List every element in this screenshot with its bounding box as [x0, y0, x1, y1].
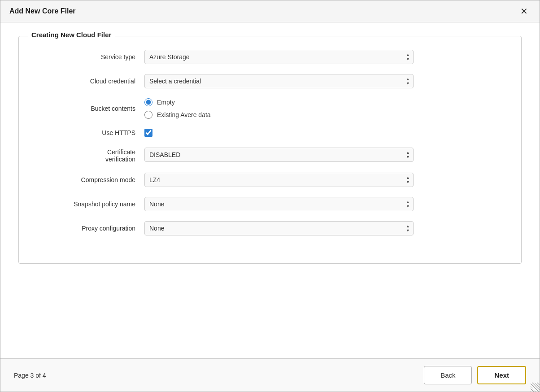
proxy-config-select[interactable]: None	[144, 221, 414, 235]
next-button[interactable]: Next	[477, 366, 526, 384]
radio-existing-label: Existing Avere data	[157, 111, 211, 118]
service-type-wrapper: Azure Storage Amazon S3 Google Cloud Sto…	[144, 50, 414, 64]
radio-existing[interactable]: Existing Avere data	[144, 111, 414, 119]
use-https-checkbox[interactable]	[144, 129, 152, 137]
radio-empty-input[interactable]	[144, 98, 152, 106]
proxy-config-label: Proxy configuration	[37, 225, 144, 232]
add-core-filer-dialog: Add New Core Filer ✕ Creating New Cloud …	[0, 0, 540, 392]
snapshot-policy-row: Snapshot policy name None ▲ ▼	[37, 197, 503, 211]
cert-label-line1: Certificate	[107, 148, 135, 156]
cert-verification-wrapper: DISABLED ENABLED ▲ ▼	[144, 148, 414, 162]
cert-label-line2: verification	[105, 156, 135, 163]
radio-empty-label: Empty	[157, 99, 175, 106]
cloud-credential-select[interactable]: Select a credential	[144, 74, 414, 88]
proxy-config-wrapper: None ▲ ▼	[144, 221, 414, 235]
compression-mode-wrapper: LZ4 None LZF ▲ ▼	[144, 173, 414, 187]
cert-verification-label: Certificate verification	[37, 147, 144, 163]
service-type-label: Service type	[37, 53, 144, 61]
proxy-config-row: Proxy configuration None ▲ ▼	[37, 221, 503, 235]
dialog-title: Add New Core Filer	[9, 7, 76, 15]
section-legend: Creating New Cloud Filer	[28, 31, 115, 39]
use-https-checkbox-wrapper	[144, 129, 414, 137]
snapshot-policy-select[interactable]: None	[144, 197, 414, 211]
footer-buttons: Back Next	[424, 366, 526, 384]
back-button[interactable]: Back	[424, 366, 472, 384]
compression-mode-label: Compression mode	[37, 176, 144, 183]
bucket-contents-group: Empty Existing Avere data	[144, 98, 414, 119]
service-type-row: Service type Azure Storage Amazon S3 Goo…	[37, 50, 503, 64]
use-https-row: Use HTTPS	[37, 129, 503, 137]
compression-mode-row: Compression mode LZ4 None LZF ▲ ▼	[37, 173, 503, 187]
dialog-header: Add New Core Filer ✕	[0, 0, 540, 22]
service-type-select[interactable]: Azure Storage Amazon S3 Google Cloud Sto…	[144, 50, 414, 64]
snapshot-policy-wrapper: None ▲ ▼	[144, 197, 414, 211]
use-https-label: Use HTTPS	[37, 129, 144, 136]
radio-empty[interactable]: Empty	[144, 98, 414, 106]
cloud-credential-label: Cloud credential	[37, 78, 144, 85]
dialog-footer: Page 3 of 4 Back Next	[0, 358, 540, 392]
dialog-body: Creating New Cloud Filer Service type Az…	[0, 22, 540, 358]
snapshot-policy-label: Snapshot policy name	[37, 200, 144, 208]
cert-verification-select[interactable]: DISABLED ENABLED	[144, 148, 414, 162]
cloud-credential-wrapper: Select a credential ▲ ▼	[144, 74, 414, 88]
section-box: Creating New Cloud Filer Service type Az…	[18, 36, 522, 264]
bucket-contents-row: Bucket contents Empty Existing Avere dat…	[37, 98, 503, 119]
close-button[interactable]: ✕	[518, 6, 531, 17]
cert-verification-row: Certificate verification DISABLED ENABLE…	[37, 147, 503, 163]
compression-mode-select[interactable]: LZ4 None LZF	[144, 173, 414, 187]
page-info: Page 3 of 4	[14, 372, 46, 379]
cloud-credential-row: Cloud credential Select a credential ▲ ▼	[37, 74, 503, 88]
radio-existing-input[interactable]	[144, 111, 152, 119]
bucket-contents-label: Bucket contents	[37, 105, 144, 112]
